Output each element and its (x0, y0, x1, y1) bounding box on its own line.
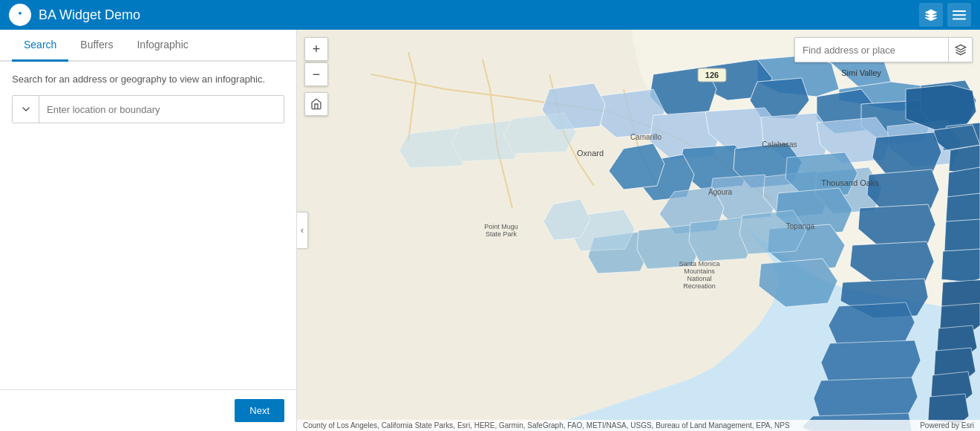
find-address-input[interactable] (795, 39, 948, 61)
layers-button[interactable] (919, 3, 943, 27)
oxnard-label: Oxnard (577, 149, 604, 158)
app-header: BA Widget Demo (0, 0, 980, 30)
plus-icon: + (313, 42, 321, 57)
find-address-bar (794, 37, 973, 62)
agoura-label: Agoura (708, 188, 733, 196)
svg-marker-56 (814, 377, 918, 418)
svg-marker-55 (821, 340, 921, 382)
chevron-down-icon (22, 105, 30, 114)
main-layout: Search Buffers Infographic Search for an… (0, 30, 980, 431)
point-mugu-label2: State Park (486, 230, 517, 238)
chevron-left-icon: ‹ (301, 225, 304, 236)
svg-rect-1 (953, 10, 966, 12)
next-button[interactable]: Next (235, 399, 284, 422)
tab-bar: Search Buffers Infographic (0, 30, 296, 62)
header-actions (919, 3, 971, 27)
svg-marker-36 (944, 219, 980, 254)
menu-icon (953, 8, 966, 22)
svg-marker-37 (941, 249, 980, 282)
santa-monica-label4: Recreation (683, 282, 716, 290)
highway-126-label: 126 (705, 71, 719, 80)
layers-icon (955, 44, 967, 56)
tab-infographic[interactable]: Infographic (125, 30, 200, 62)
attribution-text: County of Los Angeles, California State … (303, 421, 790, 430)
santa-monica-label: Santa Monica (679, 260, 719, 268)
svg-rect-2 (953, 14, 966, 16)
svg-marker-67 (956, 45, 965, 50)
santa-monica-label3: National (687, 275, 711, 282)
home-button[interactable] (304, 92, 328, 116)
thousand-oaks-label: Thousand Oaks (821, 178, 879, 187)
app-logo (9, 4, 31, 26)
topanga-label: Topanga (786, 222, 815, 230)
santa-monica-label2: Mountains (684, 268, 715, 275)
left-panel: Search Buffers Infographic Search for an… (0, 30, 297, 431)
powered-by: Powered by Esri (920, 421, 974, 430)
app-title: BA Widget Demo (39, 7, 912, 23)
calabasas-label: Calabasas (762, 140, 797, 149)
panel-footer: Next (0, 389, 296, 431)
search-type-dropdown[interactable] (13, 96, 39, 123)
simi-valley-label: Simi Valley (841, 68, 881, 77)
menu-button[interactable] (947, 3, 971, 27)
map-layers-button[interactable] (948, 38, 972, 62)
zoom-out-button[interactable]: − (304, 62, 328, 86)
tab-buffers[interactable]: Buffers (68, 30, 125, 62)
svg-marker-66 (503, 113, 576, 154)
map-area: 126 Oxnard Simi Valley Thousand Oaks San… (297, 30, 980, 431)
svg-marker-61 (739, 210, 806, 254)
svg-marker-54 (829, 302, 915, 346)
collapse-panel-button[interactable]: ‹ (297, 212, 308, 249)
svg-rect-3 (953, 19, 966, 20)
search-input-row (12, 95, 284, 123)
map-attribution: County of Los Angeles, California State … (297, 420, 980, 431)
minus-icon: − (313, 67, 321, 82)
location-input[interactable] (39, 98, 284, 121)
tab-search[interactable]: Search (12, 30, 68, 62)
home-icon (310, 98, 322, 110)
logo-icon (13, 8, 27, 22)
point-mugu-label: Point Mugu (484, 223, 518, 230)
svg-marker-53 (928, 394, 969, 424)
layers-icon (924, 8, 938, 22)
zoom-in-button[interactable]: + (304, 37, 328, 61)
map-canvas: 126 Oxnard Simi Valley Thousand Oaks San… (297, 30, 980, 431)
panel-description: Search for an address or geography to vi… (12, 74, 284, 85)
panel-content: Search for an address or geography to vi… (0, 62, 296, 389)
camarillo-label: Camarillo (630, 133, 662, 141)
map-controls: + − (304, 37, 328, 116)
